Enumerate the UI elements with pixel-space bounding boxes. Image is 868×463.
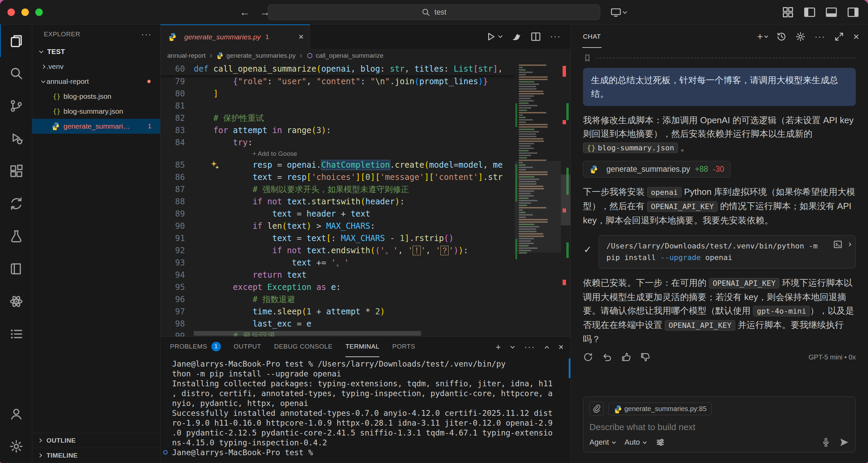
code-line-95[interactable]: 95 except Exception as e:: [161, 281, 515, 293]
maximize-panel-icon[interactable]: [545, 346, 549, 350]
line-number[interactable]: 98: [161, 318, 185, 330]
line-number[interactable]: 91: [161, 232, 185, 244]
open-chat-in-editor-icon[interactable]: [834, 32, 844, 42]
line-number[interactable]: 86: [161, 171, 185, 183]
code-line-92[interactable]: 92 if not text.endswith(('。', '！', '？'))…: [161, 244, 515, 257]
inline-code-chip[interactable]: {}blog-summary.json: [583, 143, 678, 153]
code-line-97[interactable]: 97 time.sleep(1 + attempt * 2): [161, 305, 515, 318]
model-picker-dropdown[interactable]: Auto: [625, 438, 646, 447]
activity-testing[interactable]: [0, 220, 32, 253]
activity-explorer[interactable]: [0, 24, 32, 57]
inline-code-chip[interactable]: OPENAI_API_KEY: [665, 320, 735, 331]
activity-jupyter[interactable]: [0, 285, 32, 318]
line-number[interactable]: 95: [161, 281, 185, 293]
close-chat-icon[interactable]: ×: [853, 31, 859, 42]
activity-settings[interactable]: [0, 430, 32, 463]
line-number[interactable]: 80: [161, 88, 185, 100]
code-line-84[interactable]: 84 try:: [161, 136, 515, 149]
code-line-98[interactable]: 98 last_exc = e: [161, 318, 515, 330]
line-number[interactable]: 89: [161, 208, 185, 220]
toggle-secondary-sidebar-icon[interactable]: [847, 6, 859, 18]
goose-sparkle-icon[interactable]: [210, 160, 220, 170]
code-line-85[interactable]: 85 resp = openai.ChatCompletion.create(m…: [161, 159, 515, 171]
code-line-82[interactable]: 82 # 保护性重试: [161, 112, 515, 124]
activity-search[interactable]: [0, 57, 32, 90]
voice-input-icon[interactable]: [821, 437, 831, 447]
configure-tools-icon[interactable]: [656, 438, 665, 447]
activity-source-control[interactable]: [0, 90, 32, 122]
line-number[interactable]: 84: [161, 136, 185, 149]
explorer-item-annual-report[interactable]: annual-report: [32, 74, 160, 89]
chat-more-actions-icon[interactable]: ···: [814, 32, 825, 42]
tab-close-icon[interactable]: ×: [299, 32, 304, 42]
activity-notebook[interactable]: [0, 253, 32, 285]
new-chat-button[interactable]: +: [757, 31, 768, 42]
close-window-button[interactable]: [7, 8, 15, 16]
minimap-slider[interactable]: [515, 161, 561, 253]
explorer-item-blog-posts-json[interactable]: {}blog-posts.json: [32, 89, 160, 104]
minimap[interactable]: [515, 62, 561, 336]
panel-more-actions-icon[interactable]: ···: [524, 342, 535, 352]
activity-run-debug[interactable]: [0, 122, 32, 155]
terminal-profile-dropdown-icon[interactable]: [510, 344, 515, 349]
explorer-item-blog-summary-json[interactable]: {}blog-summary.json: [32, 104, 160, 119]
line-number[interactable]: 90: [161, 220, 185, 232]
inline-code-chip[interactable]: OPENAI_API_KEY: [647, 201, 717, 212]
goose-icon[interactable]: [511, 31, 522, 42]
terminal-command-decoration[interactable]: [163, 450, 168, 455]
toggle-primary-sidebar-icon[interactable]: [804, 6, 816, 18]
attach-context-button[interactable]: [589, 402, 604, 416]
code-line-91[interactable]: 91 text = text[: MAX_CHARS - 1].rstrip(): [161, 232, 515, 244]
horizontal-scrollbar[interactable]: [194, 331, 421, 336]
send-icon[interactable]: [839, 437, 849, 447]
chevron-right-icon[interactable]: [847, 242, 851, 246]
history-back-button[interactable]: ←: [240, 6, 250, 18]
activity-remote-explorer[interactable]: [0, 318, 32, 350]
timeline-section[interactable]: TIMELINE: [32, 448, 160, 463]
thumbs-down-icon[interactable]: [640, 352, 650, 362]
zoom-window-button[interactable]: [35, 8, 43, 16]
bookmark-icon[interactable]: [583, 54, 592, 62]
line-number[interactable]: 85: [161, 159, 185, 171]
breadcrumb-item[interactable]: call_openai_summarize: [306, 52, 384, 59]
customize-layout-icon[interactable]: [782, 6, 794, 18]
line-number[interactable]: 82: [161, 112, 185, 124]
code-editor[interactable]: 79 {"role": "user", "content": "\n".join…: [161, 75, 515, 336]
line-number[interactable]: 87: [161, 183, 185, 196]
close-panel-icon[interactable]: ×: [559, 342, 564, 352]
outline-section[interactable]: OUTLINE: [32, 433, 160, 448]
line-number[interactable]: 97: [161, 305, 185, 318]
explorer-item--venv[interactable]: .venv: [32, 59, 160, 74]
inline-code-chip[interactable]: OPENAI_API_KEY: [709, 278, 779, 289]
minimize-window-button[interactable]: [21, 8, 29, 16]
model-info[interactable]: GPT-5 mini • 0x: [809, 353, 856, 361]
code-line-96[interactable]: 96 # 指数退避: [161, 293, 515, 305]
undo-icon[interactable]: [602, 352, 612, 362]
context-chip[interactable]: generate_summaries.py:85: [608, 403, 712, 415]
code-line-87[interactable]: 87 # 强制以要求开头，如果模型未遵守则修正: [161, 183, 515, 196]
workspace-section-test[interactable]: TEST: [32, 44, 160, 59]
chat-message-input[interactable]: [589, 422, 849, 432]
changed-file-chip[interactable]: generate_summaries.py +88 -30: [583, 161, 731, 178]
line-number[interactable]: 88: [161, 196, 185, 208]
line-number[interactable]: 92: [161, 244, 185, 257]
editor-more-actions-icon[interactable]: ···: [550, 31, 561, 42]
chat-tab[interactable]: CHAT: [582, 25, 602, 48]
new-terminal-button[interactable]: +: [496, 342, 501, 352]
line-number[interactable]: 94: [161, 269, 185, 281]
code-line-88[interactable]: 88 if not text.startswith(header):: [161, 196, 515, 208]
code-line-89[interactable]: 89 text = header + text: [161, 208, 515, 220]
activity-sync[interactable]: [0, 187, 32, 220]
sticky-scroll-line[interactable]: 60 def call_openai_summarize(openai, blo…: [161, 62, 515, 75]
panel-tab-terminal[interactable]: TERMINAL: [345, 337, 379, 357]
breadcrumb-item[interactable]: generate_summaries.py: [216, 52, 296, 59]
line-number[interactable]: 99: [161, 330, 185, 336]
inline-code-chip[interactable]: openai: [647, 187, 681, 198]
code-line-90[interactable]: 90 if len(text) > MAX_CHARS:: [161, 220, 515, 232]
panel-tab-problems[interactable]: PROBLEMS1: [170, 337, 221, 357]
code-line-79[interactable]: 79 {"role": "user", "content": "\n".join…: [161, 75, 515, 88]
code-line-93[interactable]: 93 text += '。': [161, 257, 515, 269]
explorer-item-generate-summaries-py[interactable]: generate_summaries.py1: [32, 119, 160, 134]
code-line-86[interactable]: 86 text = resp['choices'][0]['message'][…: [161, 171, 515, 183]
chat-mode-dropdown[interactable]: Agent: [589, 438, 615, 447]
